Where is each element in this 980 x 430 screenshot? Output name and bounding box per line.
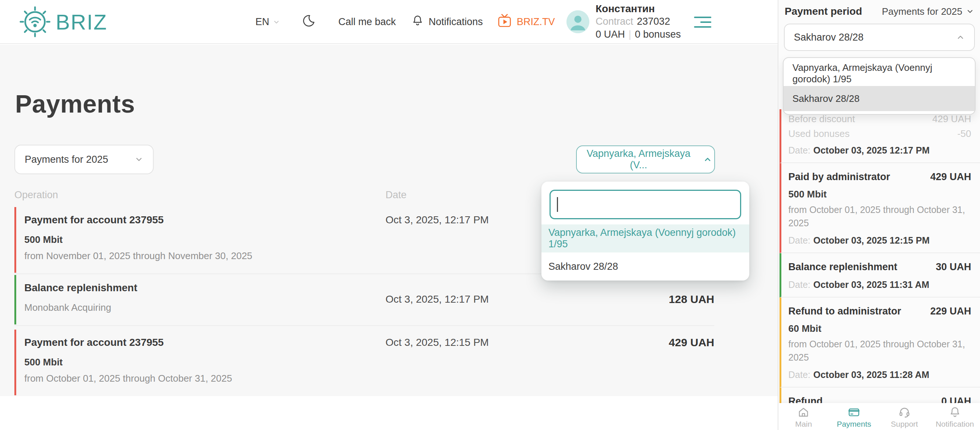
address-select-value: Vapnyarka, Armejskaya (V... [579, 148, 698, 171]
user-balance: 0 UAH [596, 28, 625, 41]
main-column: BRIZ EN Call me back Notifica [0, 0, 778, 430]
user-name: Константин [596, 2, 681, 15]
item-title-row: Refund0 UAH [788, 394, 971, 403]
panel-payment-item: Refund0 UAH60 Mbitfrom November 01, 2025… [780, 388, 980, 403]
panel-address-option[interactable]: Vapnyarka, Armejskaya (Voennyj gorodok) … [784, 61, 975, 86]
item-amount: 429 UAH [930, 170, 971, 184]
notifications-link[interactable]: Notifications [411, 0, 483, 44]
table-header: Operation Date [14, 189, 407, 201]
item-date: Date:October 03, 2025 11:28 AM [788, 368, 971, 382]
operation-period: from November 01, 2025 through November … [24, 250, 385, 262]
logo[interactable]: BRIZ [19, 5, 107, 39]
chevron-up-icon [956, 33, 965, 42]
date-label: Date: [788, 145, 810, 155]
address-option[interactable]: Vapnyarka, Armejskaya (Voennyj gorodok) … [541, 224, 749, 253]
nav-label: Main [795, 420, 812, 428]
nav-item-support[interactable]: Support [880, 403, 930, 430]
address-select-button[interactable]: Vapnyarka, Armejskaya (V... [576, 145, 715, 173]
operation-title: Payment for account 237955 [24, 336, 385, 349]
language-label: EN [255, 16, 269, 28]
operation-period: from October 01, 2025 through October 31… [24, 372, 385, 384]
panel-payment-item: Balance replenishment30 UAHDate:October … [780, 253, 980, 297]
date-value: October 03, 2025 12:15 PM [813, 235, 929, 245]
item-amount: 229 UAH [930, 304, 971, 318]
payments-page: Payments Payments for 2025 Vapnyarka, Ar… [0, 45, 778, 396]
panel-period-select[interactable]: Payments for 2025 [882, 6, 974, 18]
item-amount: 0 UAH [941, 394, 971, 403]
contract-number: 237032 [637, 15, 670, 28]
date-value: October 03, 2025 12:17 PM [813, 145, 929, 155]
detail-row: Used bonuses-50 [788, 126, 971, 141]
operation-subtitle: 500 Mbit [24, 233, 385, 245]
nav-item-notification[interactable]: Notification [929, 403, 980, 430]
headset-icon [898, 406, 911, 419]
operation-subtitle: Monobank Acquiring [24, 302, 385, 313]
payment-date: Oct 3, 2025, 12:15 PM [385, 336, 590, 384]
operation-cell: Payment for account 237955500 Mbitfrom O… [24, 336, 385, 384]
menu-line [694, 26, 711, 28]
language-selector[interactable]: EN [255, 0, 280, 44]
item-subtitle: 500 Mbit [788, 187, 971, 201]
item-date: Date:October 03, 2025 12:17 PM [788, 143, 971, 157]
avatar[interactable] [566, 10, 589, 33]
separator: | [629, 28, 632, 41]
item-amount: 30 UAH [936, 260, 971, 274]
menu-line [700, 21, 711, 23]
card-icon [848, 406, 860, 419]
panel-address-select[interactable]: Sakharov 28/28 [784, 24, 975, 51]
address-search[interactable] [549, 190, 741, 219]
call-me-back-label: Call me back [338, 16, 396, 28]
wifi-dot [33, 24, 37, 27]
panel-payment-item: Paid by administrator429 UAH500 Mbitfrom… [780, 163, 980, 253]
menu-button[interactable] [694, 17, 711, 28]
header: BRIZ EN Call me back Notifica [0, 0, 778, 44]
detail-label: Used bonuses [788, 126, 850, 141]
nav-item-main[interactable]: Main [778, 403, 829, 430]
item-subtitle: 60 Mbit [788, 322, 971, 335]
payment-amount: 128 UAH [590, 293, 714, 313]
operation-title: Balance replenishment [24, 281, 385, 294]
period-select[interactable]: Payments for 2025 [14, 145, 154, 174]
user-bonuses: 0 bonuses [635, 28, 681, 41]
address-search-input[interactable] [550, 191, 740, 218]
item-title: Paid by administrator [788, 170, 890, 184]
item-title: Balance replenishment [788, 260, 897, 274]
briz-tv-link[interactable]: BRIZ.TV [497, 0, 555, 44]
address-option[interactable]: Sakharov 28/28 [541, 253, 749, 281]
bell-icon [949, 406, 961, 419]
nav-item-payments[interactable]: Payments [829, 403, 880, 430]
payment-amount: 429 UAH [590, 336, 714, 384]
table-row: Balance replenishmentMonobank AcquiringO… [14, 275, 714, 324]
nav-label: Notification [936, 420, 974, 428]
item-title: Refund [788, 394, 822, 403]
logo-text: BRIZ [56, 10, 107, 34]
address-options: Vapnyarka, Armejskaya (Voennyj gorodok) … [541, 224, 749, 281]
date-label: Date: [788, 369, 810, 380]
item-title-row: Balance replenishment30 UAH [788, 260, 971, 274]
column-date: Date [385, 189, 407, 201]
payment-date: Oct 3, 2025, 12:17 PM [385, 293, 590, 313]
home-icon [797, 406, 810, 419]
call-me-back-link[interactable]: Call me back [338, 0, 396, 44]
operation-title: Payment for account 237955 [24, 214, 385, 226]
notifications-label: Notifications [429, 16, 483, 28]
user-info[interactable]: Константин Contract 237032 0 UAH | 0 bon… [596, 2, 681, 41]
date-label: Date: [788, 235, 810, 245]
nav-label: Support [891, 420, 918, 428]
nav-label: Payments [837, 420, 871, 428]
panel-address-option[interactable]: Sakharov 28/28 [784, 86, 975, 111]
moon-icon [302, 14, 315, 30]
bell-icon [411, 14, 424, 30]
dark-mode-toggle[interactable] [302, 0, 315, 44]
detail-value: -50 [957, 126, 971, 141]
date-label: Date: [788, 280, 810, 290]
item-date: Date:October 03, 2025 12:15 PM [788, 233, 971, 247]
item-title-row: Refund to administrator229 UAH [788, 304, 971, 318]
chevron-down-icon [135, 155, 143, 164]
date-value: October 03, 2025 11:28 AM [813, 369, 929, 380]
app: BRIZ EN Call me back Notifica [0, 0, 980, 430]
chevron-up-icon [703, 155, 712, 164]
chevron-down-icon [273, 18, 280, 26]
panel-header: Payment period Payments for 2025 [785, 0, 974, 23]
column-operation: Operation [14, 189, 385, 201]
